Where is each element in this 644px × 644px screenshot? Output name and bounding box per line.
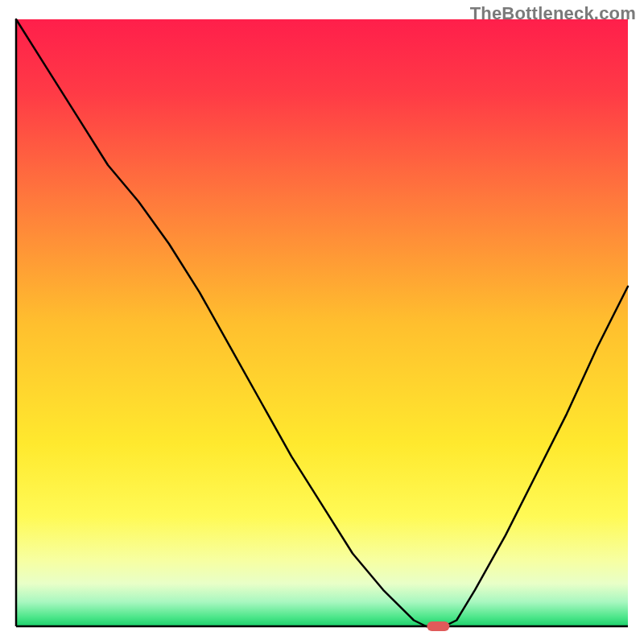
optimal-marker — [427, 621, 449, 631]
watermark-text: TheBottleneck.com — [470, 3, 636, 24]
chart-background-gradient — [16, 19, 628, 626]
bottleneck-chart: TheBottleneck.com — [0, 0, 644, 644]
chart-svg — [0, 0, 644, 644]
